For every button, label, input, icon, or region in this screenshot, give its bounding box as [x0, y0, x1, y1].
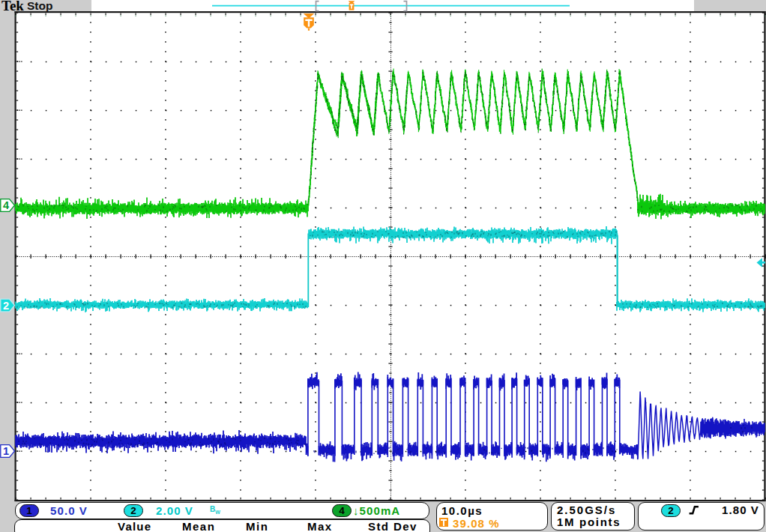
- svg-text:2: 2: [3, 300, 9, 312]
- svg-text:1: 1: [3, 445, 9, 457]
- svg-text:4: 4: [3, 199, 9, 211]
